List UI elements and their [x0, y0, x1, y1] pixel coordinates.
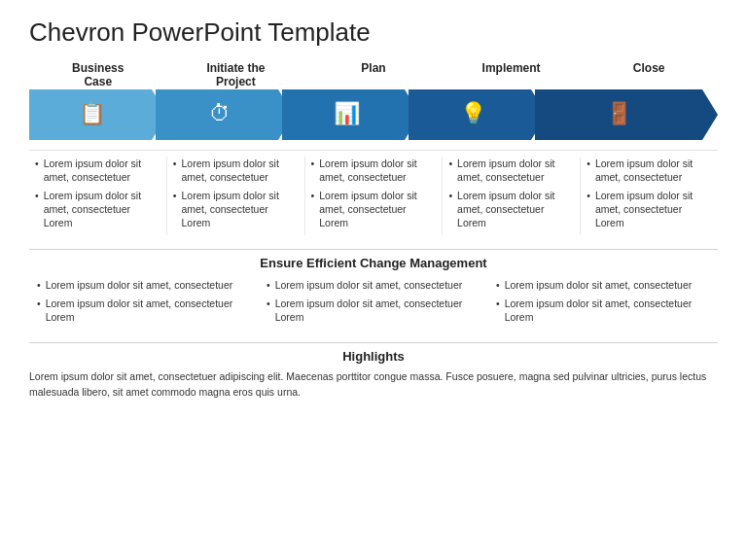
list-item: Lorem ipsum dolor sit amet, consectetuer	[35, 157, 160, 184]
list-item: Lorem ipsum dolor sit amet, consectetuer…	[37, 297, 251, 324]
highlights-section: Highlights Lorem ipsum dolor sit amet, c…	[29, 349, 718, 401]
chevron-bar: 📋 ⏱ 📊 💡 🚪	[29, 89, 718, 140]
highlights-title: Highlights	[29, 349, 718, 364]
list-item: Lorem ipsum dolor sit amet, consectetuer	[448, 157, 574, 184]
content-col-4: Lorem ipsum dolor sit amet, consectetuer…	[443, 157, 581, 235]
list-item: Lorem ipsum dolor sit amet, consectetuer…	[587, 189, 712, 230]
list-item: Lorem ipsum dolor sit amet, consectetuer	[37, 278, 251, 292]
content-col-5: Lorem ipsum dolor sit amet, consectetuer…	[581, 157, 718, 235]
list-item: Lorem ipsum dolor sit amet, consectetuer	[496, 278, 710, 292]
page: Chevron PowerPoint Template BusinessCase…	[0, 0, 747, 560]
divider-1	[29, 249, 718, 250]
content-col-2: Lorem ipsum dolor sit amet, consectetuer…	[167, 157, 305, 235]
content-col-3: Lorem ipsum dolor sit amet, consectetuer…	[305, 157, 444, 235]
step-label-4: Implement	[443, 61, 581, 89]
list-item: Lorem ipsum dolor sit amet, consectetuer	[311, 157, 437, 184]
svg-text:📋: 📋	[79, 100, 106, 126]
cm-col-1: Lorem ipsum dolor sit amet, consectetuer…	[29, 278, 259, 330]
chevron-labels: BusinessCase Initiate theProject Plan Im…	[29, 61, 718, 89]
cm-col-2: Lorem ipsum dolor sit amet, consectetuer…	[259, 278, 488, 330]
svg-text:🚪: 🚪	[606, 100, 633, 126]
highlights-text: Lorem ipsum dolor sit amet, consectetuer…	[29, 369, 718, 401]
list-item: Lorem ipsum dolor sit amet, consectetuer…	[496, 297, 710, 324]
page-title: Chevron PowerPoint Template	[29, 18, 718, 48]
list-item: Lorem ipsum dolor sit amet, consectetuer…	[35, 189, 160, 230]
list-item: Lorem ipsum dolor sit amet, consectetuer	[267, 278, 480, 292]
list-item: Lorem ipsum dolor sit amet, consectetuer…	[448, 189, 574, 230]
list-item: Lorem ipsum dolor sit amet, consectetuer…	[267, 297, 480, 324]
svg-text:💡: 💡	[460, 100, 487, 126]
step-label-1: BusinessCase	[29, 61, 167, 89]
step-label-5: Close	[580, 61, 718, 89]
chevron-section: 📋 ⏱ 📊 💡 🚪	[29, 89, 718, 142]
change-management-row: Lorem ipsum dolor sit amet, consectetuer…	[29, 278, 718, 330]
cm-col-3: Lorem ipsum dolor sit amet, consectetuer…	[488, 278, 718, 330]
svg-text:📊: 📊	[334, 100, 361, 126]
svg-text:⏱: ⏱	[209, 101, 231, 125]
change-management-title: Ensure Efficient Change Management	[29, 256, 718, 270]
list-item: Lorem ipsum dolor sit amet, consectetuer…	[173, 189, 299, 230]
divider-2	[29, 342, 718, 343]
content-col-1: Lorem ipsum dolor sit amet, consectetuer…	[29, 157, 167, 235]
change-management-section: Ensure Efficient Change Management Lorem…	[29, 256, 718, 335]
step-label-3: Plan	[304, 61, 443, 89]
list-item: Lorem ipsum dolor sit amet, consectetuer	[173, 157, 299, 184]
list-item: Lorem ipsum dolor sit amet, consectetuer…	[311, 189, 437, 230]
content-row: Lorem ipsum dolor sit amet, consectetuer…	[29, 150, 718, 241]
list-item: Lorem ipsum dolor sit amet, consectetuer	[587, 157, 712, 184]
step-label-2: Initiate theProject	[167, 61, 305, 89]
